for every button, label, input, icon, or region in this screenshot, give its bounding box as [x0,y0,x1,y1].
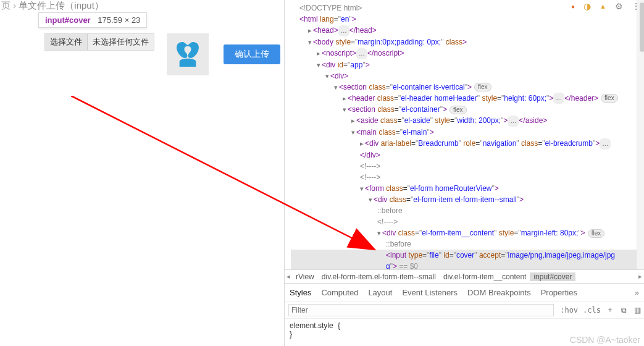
devtools-splitter[interactable] [284,0,288,346]
file-input-group[interactable]: 选择文件 未选择任何文件 [44,33,154,51]
devtools-panel: ● ◑ ▲ ⚙ ⋮ <!DOCTYPE html> <html lang="en… [284,0,644,346]
crumb-item[interactable]: div.el-form-item.el-form-item--small [318,272,440,281]
styles-pane[interactable]: element.style { } [285,319,644,341]
breadcrumb-node[interactable]: <div aria-label="Breadcrumb" role="navig… [291,138,644,150]
body-node[interactable]: <body style="margin:0px;padding: 0px;" c… [291,36,644,48]
person-icon [172,38,203,71]
end-div-1: </div> [291,150,644,161]
file-name-label: 未选择任何文件 [88,36,154,48]
styles-tabs: Styles Computed Layout Event Listeners D… [285,283,644,302]
tab-properties[interactable]: Properties [541,288,577,297]
comment-1: <!----> [291,161,644,172]
form-node[interactable]: <form class="el-form homeRouterView"> [291,183,644,194]
tab-event-listeners[interactable]: Event Listeners [402,288,458,297]
hov-toggle[interactable]: :hov [560,306,578,314]
choose-file-button[interactable]: 选择文件 [45,34,88,50]
panel-layout-icon[interactable]: ▥ [632,305,643,316]
elements-scrollbar[interactable] [637,0,644,269]
comment-2: <!----> [291,172,644,183]
cls-toggle[interactable]: .cls [583,306,601,314]
aside-node[interactable]: <aside class="el-aside" style="width: 20… [291,115,644,127]
before-2: ::before [291,238,644,250]
head-node[interactable]: <head>…</head> [291,25,644,36]
crumb-item[interactable]: rView [292,272,318,281]
header-node[interactable]: <header class="el-header homeHeader" sty… [291,93,644,104]
tooltip-selector: input#cover [45,15,91,25]
crumb-right-arrow-icon[interactable]: ▸ [637,272,644,281]
noscript-node[interactable]: <noscript>…</noscript> [291,48,644,59]
form-item-content[interactable]: <div class="el-form-item__content" style… [291,227,644,238]
before-1: ::before [291,205,644,216]
form-item-node[interactable]: <div class="el-form-item el-form-item--s… [291,194,644,205]
section2[interactable]: <section class="el-container">flex [291,104,644,115]
app-div[interactable]: <div id="app"> [291,59,644,70]
crumb-item[interactable]: div.el-form-item__content [440,272,530,281]
tab-dom-breakpoints[interactable]: DOM Breakpoints [467,288,531,297]
element-tooltip: input#cover 175.59 × 23 [38,12,147,28]
tooltip-dimensions: 175.59 × 23 [98,15,140,25]
rule-selector: element.style [290,321,333,330]
html-open[interactable]: <html lang="en"> [291,14,644,25]
breadcrumb: 页 › 单文件上传（input） [0,0,284,12]
input-cover-node-wrap: g"> == $0 [291,261,644,269]
new-style-rule-icon[interactable]: ＋ [604,305,616,316]
confirm-upload-button[interactable]: 确认上传 [224,44,280,64]
main-node[interactable]: <main class="el-main"> [291,127,644,138]
image-thumbnail [167,33,209,75]
tab-layout[interactable]: Layout [368,288,392,297]
input-cover-node[interactable]: <input type="file" id="cover" accept="im… [291,250,644,261]
crumb-item-selected[interactable]: input#cover [530,272,575,281]
tab-computed[interactable]: Computed [321,288,358,297]
styles-filter-input[interactable] [288,304,554,316]
doctype: <!DOCTYPE html> [291,2,644,14]
dom-breadcrumb-bar[interactable]: ◂ rView div.el-form-item.el-form-item--s… [285,269,644,283]
comment-3: <!----> [291,216,644,227]
section1[interactable]: <section class="el-container is-vertical… [291,82,644,93]
div-open[interactable]: <div> [291,70,644,82]
styles-filter-row: :hov .cls ＋ ⧉ ▥ [285,302,644,319]
more-tabs-icon[interactable]: » [635,288,639,297]
tab-styles[interactable]: Styles [290,288,311,297]
device-toggle-icon[interactable]: ⧉ [618,305,629,316]
elements-tree[interactable]: <!DOCTYPE html> <html lang="en"> <head>…… [285,0,644,269]
